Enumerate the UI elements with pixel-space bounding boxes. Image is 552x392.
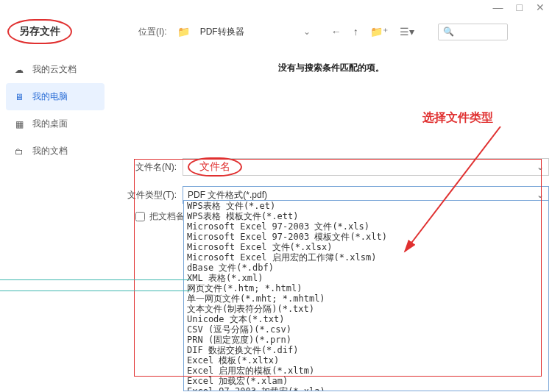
filetype-option[interactable]: Unicode 文本(*.txt) (184, 314, 548, 324)
sidebar: ☁ 我的云文档 🖥 我的电脑 ▦ 我的桌面 🗀 我的文档 (0, 49, 110, 165)
filetype-option[interactable]: Microsoft Excel 启用宏的工作簿(*.xlsm) (184, 252, 548, 263)
empty-message: 没有与搜索条件匹配的项。 (125, 62, 537, 74)
location-combo[interactable]: PDF转换器 (200, 26, 296, 38)
search-input[interactable] (459, 26, 503, 38)
backup-checkbox[interactable] (135, 212, 145, 221)
filetype-option[interactable]: Microsoft Excel 文件(*.xlsx) (184, 242, 548, 252)
filetype-option[interactable]: Microsoft Excel 97-2003 文件(*.xls) (184, 221, 548, 232)
sidebar-item-my-computer[interactable]: 🖥 我的电脑 (6, 83, 105, 110)
file-list-area: 没有与搜索条件匹配的项。 (110, 49, 552, 165)
location-label: 位置(I): (138, 26, 167, 38)
folder-icon: 🗀 (13, 146, 25, 157)
dialog-title: 另存文件 (7, 19, 72, 44)
new-folder-button[interactable]: 📁⁺ (370, 26, 388, 38)
filetype-option[interactable]: Microsoft Excel 97-2003 模板文件(*.xlt) (184, 232, 548, 242)
sidebar-item-label: 我的电脑 (32, 90, 68, 103)
filetype-option[interactable]: dBase 文件(*.dbf) (184, 263, 548, 273)
search-box[interactable]: 🔍 (438, 24, 508, 40)
filetype-option[interactable]: 文本文件(制表符分隔)(*.txt) (184, 304, 548, 314)
maximize-button[interactable]: □ (517, 1, 523, 13)
filetype-option[interactable]: CSV (逗号分隔)(*.csv) (184, 324, 548, 335)
filetype-option[interactable]: 网页文件(*.htm; *.html) (184, 283, 548, 293)
up-button[interactable]: ↑ (353, 26, 358, 38)
filetype-option[interactable]: Excel 加载宏(*.xlam) (184, 376, 548, 386)
filetype-dropdown[interactable]: WPS表格 文件(*.et)WPS表格 模板文件(*.ett)Microsoft… (183, 200, 549, 391)
view-button[interactable]: ☰▾ (400, 26, 414, 38)
filetype-option[interactable]: DIF 数据交换文件(*.dif) (184, 345, 548, 355)
filename-label: 文件名(N): (125, 161, 177, 174)
filetype-option[interactable]: Excel 启用宏的模板(*.xltm) (184, 366, 548, 376)
chevron-down-icon[interactable]: ⌄ (537, 162, 544, 172)
sidebar-item-desktop[interactable]: ▦ 我的桌面 (0, 110, 110, 138)
sidebar-item-label: 我的云文档 (32, 63, 77, 76)
desktop-icon: ▦ (13, 119, 25, 129)
decor-line (0, 279, 191, 280)
sidebar-item-cloud-docs[interactable]: ☁ 我的云文档 (0, 56, 110, 83)
decor-line (0, 291, 191, 291)
folder-icon: 📁 (177, 26, 190, 38)
filetype-option[interactable]: WPS表格 模板文件(*.ett) (184, 211, 548, 221)
filetype-option[interactable]: Excel 97-2003 加载宏(*.xla) (184, 386, 548, 391)
filetype-option[interactable]: XML 表格(*.xml) (184, 273, 548, 283)
filename-input[interactable]: 文件名 ⌄ (183, 158, 549, 176)
search-icon: 🔍 (443, 26, 454, 37)
monitor-icon: 🖥 (13, 92, 25, 102)
close-button[interactable]: ✕ (536, 1, 545, 13)
cloud-icon: ☁ (13, 65, 25, 75)
sidebar-item-documents[interactable]: 🗀 我的文档 (0, 138, 110, 165)
filetype-option[interactable]: PRN (固定宽度)(*.prn) (184, 335, 548, 345)
annotation-filetype: 选择文件类型 (422, 110, 493, 126)
filetype-option[interactable]: Excel 模板(*.xltx) (184, 355, 548, 366)
chevron-down-icon[interactable]: ⌄ (537, 190, 544, 200)
back-button[interactable]: ← (331, 26, 342, 38)
chevron-down-icon[interactable]: ⌄ (303, 26, 311, 37)
annotation-filename: 文件名 (188, 157, 242, 177)
filetype-option[interactable]: WPS表格 文件(*.et) (184, 201, 548, 211)
filetype-value: PDF 文件格式(*.pdf) (188, 189, 267, 202)
minimize-button[interactable]: — (493, 1, 503, 13)
filetype-option[interactable]: 单一网页文件(*.mht; *.mhtml) (184, 293, 548, 304)
dialog-header: 另存文件 位置(I): 📁 PDF转换器 ⌄ ← ↑ 📁⁺ ☰▾ 🔍 (0, 15, 552, 49)
window-titlebar: — □ ✕ (0, 0, 552, 15)
filetype-label: 文件类型(T): (125, 189, 177, 202)
sidebar-item-label: 我的文档 (32, 145, 68, 157)
sidebar-item-label: 我的桌面 (32, 118, 68, 130)
